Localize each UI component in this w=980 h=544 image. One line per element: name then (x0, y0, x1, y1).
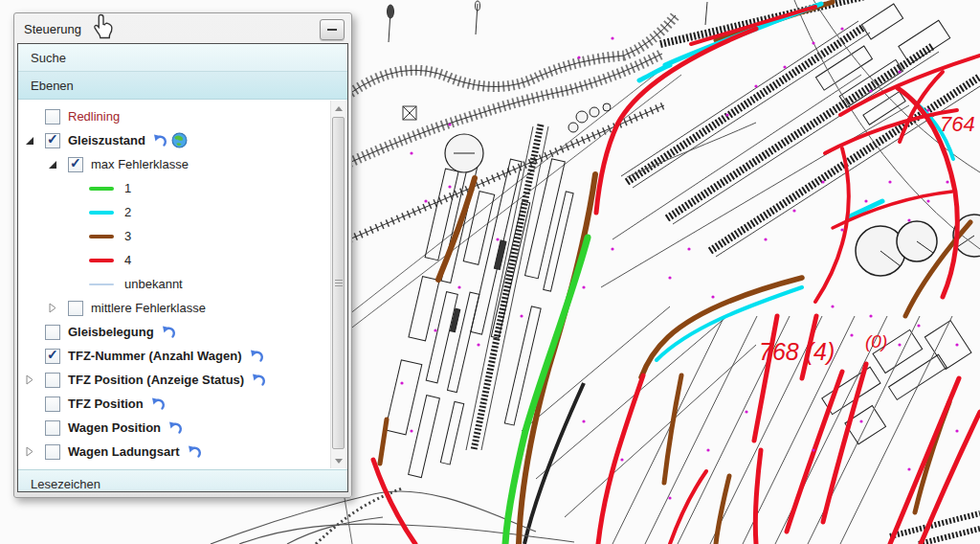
checkbox-tfz-position-anzeige[interactable] (45, 373, 60, 388)
layer-label: max Fehlerklasse (91, 157, 189, 171)
layer-label: Wagen Ladungsart (68, 444, 180, 459)
layer-label: Wagen Position (68, 420, 161, 435)
legend-item-class-2: 2 (18, 200, 347, 224)
minimize-button[interactable] (320, 19, 345, 40)
scroll-up-button[interactable] (331, 101, 346, 116)
minimize-icon (327, 29, 337, 31)
layer-row-wagen-ladungsart[interactable]: Wagen Ladungsart (18, 440, 347, 464)
checkbox-wagen-ladungsart[interactable] (45, 444, 60, 460)
layer-row-gleisbelegung[interactable]: Gleisbelegung (18, 320, 347, 344)
globe-icon[interactable] (171, 132, 188, 148)
legend-line-class-4 (89, 259, 114, 262)
checkbox-mittlere-fehlerklasse[interactable] (68, 301, 83, 316)
undo-icon[interactable] (167, 420, 183, 436)
undo-icon[interactable] (249, 349, 264, 364)
panel-body: Suche Ebenen Redlining Gleiszustand (17, 43, 348, 492)
scroll-up-icon (335, 106, 343, 111)
layer-label: mittlere Fehlerklasse (91, 301, 206, 315)
legend-label: 3 (124, 229, 131, 243)
layer-row-wagen-position[interactable]: Wagen Position (18, 416, 347, 440)
map-label-768-suffix: (0) (865, 331, 887, 351)
checkbox-tfz-nummer[interactable] (45, 349, 60, 364)
scroll-down-icon (335, 459, 343, 464)
layer-row-redlining[interactable]: Redlining (18, 104, 347, 128)
expander-closed-icon[interactable] (25, 374, 34, 385)
legend-label: 4 (124, 253, 131, 267)
legend-label: 2 (124, 205, 131, 219)
undo-icon[interactable] (150, 397, 166, 412)
expander-closed-icon[interactable] (25, 446, 34, 457)
layer-tree: Redlining Gleiszustand (18, 100, 347, 469)
scrollbar-grip-icon (335, 280, 343, 286)
steuerung-panel: Steuerung Suche Ebenen Redlining Gleiszu… (13, 12, 352, 498)
layer-label: Redlining (68, 109, 120, 124)
layer-label: TFZ-Nummer (Anzahl Wagen) (68, 349, 242, 363)
scrollbar-thumb[interactable] (332, 117, 345, 449)
section-label-suche: Suche (31, 51, 66, 65)
checkbox-wagen-position[interactable] (45, 420, 60, 436)
checkbox-max-fehlerklasse[interactable] (68, 157, 83, 172)
layer-row-tfz-nummer[interactable]: TFZ-Nummer (Anzahl Wagen) (18, 344, 347, 368)
layer-row-tfz-position[interactable]: TFZ Position (18, 392, 347, 416)
undo-icon[interactable] (152, 133, 167, 148)
checkbox-tfz-position[interactable] (45, 397, 60, 412)
layer-label: Gleiszustand (68, 133, 145, 147)
legend-line-class-1 (89, 187, 114, 191)
undo-icon[interactable] (187, 444, 202, 460)
legend-label: 1 (124, 181, 131, 195)
legend-item-class-4: 4 (18, 248, 347, 272)
layer-row-max-fehlerklasse[interactable]: max Fehlerklasse (18, 152, 347, 176)
expander-open-icon[interactable] (25, 136, 34, 146)
panel-title: Steuerung (24, 22, 81, 36)
legend-line-unbekannt (89, 283, 114, 285)
checkbox-redlining[interactable] (45, 109, 60, 125)
legend-line-class-3 (89, 235, 114, 238)
legend-item-class-3: 3 (18, 224, 347, 248)
undo-icon[interactable] (251, 373, 266, 388)
section-header-lesezeichen[interactable]: Lesezeichen (18, 469, 347, 492)
legend-item-class-1: 1 (18, 176, 347, 200)
layer-label: Gleisbelegung (68, 325, 154, 339)
undo-icon[interactable] (161, 325, 176, 340)
section-header-suche[interactable]: Suche (18, 44, 347, 72)
section-label-ebenen: Ebenen (31, 79, 74, 93)
checkbox-gleisbelegung[interactable] (45, 325, 60, 340)
section-header-ebenen[interactable]: Ebenen (18, 72, 347, 100)
layer-label: TFZ Position (68, 397, 144, 411)
legend-line-class-2 (89, 211, 114, 215)
map-label-768: 768 (4) (759, 338, 835, 365)
layer-label: TFZ Position (Anzeige Status) (68, 373, 244, 387)
panel-titlebar[interactable]: Steuerung (17, 15, 348, 43)
section-label-lesezeichen: Lesezeichen (31, 477, 100, 491)
expander-open-icon[interactable] (48, 160, 57, 170)
layer-row-gleiszustand[interactable]: Gleiszustand (18, 128, 347, 152)
expander-closed-icon[interactable] (48, 303, 57, 313)
tree-scrollbar[interactable] (330, 101, 346, 468)
legend-label: unbekannt (124, 277, 183, 291)
legend-item-unbekannt: unbekannt (18, 272, 347, 296)
scroll-down-button[interactable] (331, 453, 346, 468)
checkbox-gleiszustand[interactable] (45, 133, 60, 148)
map-label-764: 764 (940, 112, 975, 136)
layer-row-mittlere-fehlerklasse[interactable]: mittlere Fehlerklasse (18, 296, 347, 320)
layer-row-tfz-position-anzeige[interactable]: TFZ Position (Anzeige Status) (18, 368, 347, 392)
